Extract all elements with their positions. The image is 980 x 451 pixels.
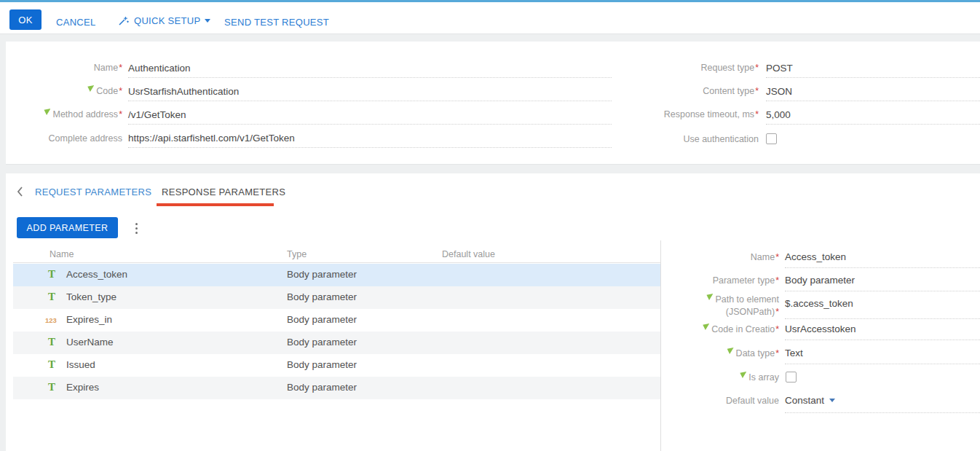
header-divider [13, 262, 660, 263]
field-underline [766, 124, 980, 125]
tab-response-parameters[interactable]: RESPONSE PARAMETERS [162, 187, 285, 198]
code-field-label: Code* [6, 85, 122, 98]
row-type: Body parameter [287, 382, 357, 393]
tab-request-parameters[interactable]: REQUEST PARAMETERS [35, 187, 151, 198]
action-toolbar: OK CANCEL QUICK SETUP SEND TEST REQUEST [0, 2, 980, 34]
method-properties-card [6, 42, 980, 165]
grid-detail-divider [660, 240, 661, 451]
changed-marker-icon [44, 109, 50, 115]
request-type-field-label: Request type* [641, 62, 759, 74]
parameter-row-expires[interactable]: T Expires Body parameter [13, 377, 660, 399]
text-type-icon: T [48, 291, 55, 303]
tabs-back-chevron-button[interactable] [16, 186, 24, 197]
response-timeout-field-label: Response timeout, ms* [641, 109, 759, 121]
text-type-icon: T [48, 358, 55, 371]
row-type: Body parameter [287, 269, 357, 280]
web-service-method-page: OK CANCEL QUICK SETUP SEND TEST REQUEST … [0, 0, 980, 451]
row-name: Expires [66, 382, 99, 393]
parameter-row-issued[interactable]: T Issued Body parameter [13, 354, 660, 377]
column-header-type[interactable]: Type [287, 249, 307, 259]
vertical-ellipsis-icon [135, 223, 138, 225]
cancel-button[interactable]: CANCEL [56, 17, 96, 28]
default-value-dropdown[interactable]: Constant [785, 394, 835, 407]
field-underline [128, 77, 612, 78]
changed-marker-icon [727, 348, 734, 354]
changed-marker-icon [703, 323, 709, 330]
panel-code-label: Code in Creatio* [683, 323, 779, 336]
panel-data-type-label: Data type* [683, 348, 779, 360]
parameter-row-username[interactable]: T UserName Body parameter [13, 332, 660, 354]
column-header-name[interactable]: Name [50, 249, 74, 259]
panel-data-type-value[interactable]: Text [785, 347, 803, 359]
row-type: Body parameter [287, 314, 357, 325]
field-underline [785, 412, 980, 413]
field-underline [766, 101, 980, 101]
active-tab-underline [157, 203, 274, 206]
field-underline [785, 291, 980, 291]
text-type-icon: T [48, 268, 55, 281]
panel-jsonpath-label: Path to element (JSONPath)* [683, 294, 779, 318]
quick-setup-label: QUICK SETUP [134, 15, 200, 27]
more-menu-button[interactable] [133, 220, 141, 237]
row-type: Body parameter [287, 359, 357, 370]
complete-address-field-value[interactable]: https://api.starfishetl.com/v1/GetToken [128, 132, 295, 144]
complete-address-field-label: Complete address [6, 133, 122, 145]
column-header-default[interactable]: Default value [442, 249, 495, 259]
caret-down-icon [829, 399, 835, 402]
changed-marker-icon [740, 372, 746, 378]
row-type: Body parameter [287, 337, 357, 348]
send-test-request-button[interactable]: SEND TEST REQUEST [224, 17, 329, 28]
parameter-row-access-token[interactable]: T Access_token Body parameter [13, 264, 660, 286]
quick-setup-button[interactable]: QUICK SETUP [117, 15, 210, 27]
name-field-label: Name* [6, 62, 122, 74]
use-authentication-label: Use authentication [641, 133, 759, 146]
method-address-field-label: Method address* [6, 109, 122, 121]
row-name: Token_type [66, 291, 116, 302]
field-underline [128, 101, 612, 101]
field-underline [785, 340, 980, 340]
number-type-icon: 123 [45, 316, 57, 324]
row-name: Issued [66, 359, 95, 370]
text-type-icon: T [48, 381, 55, 393]
response-timeout-field-value[interactable]: 5,000 [766, 109, 791, 121]
panel-parameter-type-label: Parameter type* [683, 275, 779, 287]
field-underline [766, 77, 980, 78]
parameter-row-expires-in[interactable]: 123 Expires_in Body parameter [13, 309, 660, 332]
name-field-value[interactable]: Authentication [128, 62, 191, 74]
field-underline [785, 318, 980, 319]
content-type-field-value[interactable]: JSON [766, 85, 792, 98]
row-name: UserName [66, 337, 114, 348]
caret-down-icon [205, 19, 210, 23]
panel-default-value-label: Default value [683, 395, 779, 407]
field-underline [128, 147, 612, 148]
request-type-field-value[interactable]: POST [766, 62, 793, 74]
panel-code-value[interactable]: UsrAccesstoken [785, 323, 856, 335]
add-parameter-button[interactable]: ADD PARAMETER [17, 217, 118, 238]
magic-wand-icon [117, 15, 130, 27]
panel-is-array-label: Is array [683, 372, 779, 384]
use-authentication-checkbox[interactable] [766, 133, 777, 144]
chevron-left-icon [16, 186, 24, 197]
panel-jsonpath-value[interactable]: $.access_token [785, 297, 853, 310]
panel-name-label: Name* [683, 251, 779, 264]
field-underline [128, 124, 612, 125]
code-field-value[interactable]: UsrStarfishAuthentication [128, 85, 239, 98]
changed-marker-icon [87, 85, 94, 92]
text-type-icon: T [48, 336, 55, 348]
row-name: Expires_in [66, 314, 112, 325]
parameter-row-token-type[interactable]: T Token_type Body parameter [13, 286, 660, 309]
panel-name-value[interactable]: Access_token [785, 251, 846, 263]
ok-button[interactable]: OK [9, 9, 42, 30]
changed-marker-icon [706, 294, 713, 300]
field-underline [785, 267, 980, 268]
is-array-checkbox[interactable] [786, 372, 797, 383]
row-name: Access_token [66, 269, 127, 280]
panel-parameter-type-value[interactable]: Body parameter [785, 274, 855, 286]
default-value-selected: Constant [785, 394, 824, 407]
content-type-field-label: Content type* [641, 85, 759, 98]
method-address-field-value[interactable]: /v1/GetToken [128, 109, 186, 121]
field-underline [785, 364, 980, 364]
row-type: Body parameter [287, 291, 357, 302]
